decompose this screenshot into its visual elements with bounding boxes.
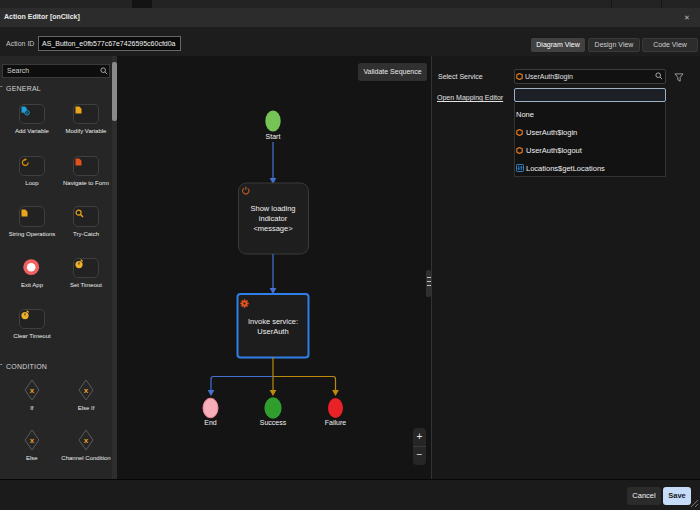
- svg-text:Success: Success: [260, 419, 287, 426]
- svg-text:x: x: [84, 436, 89, 445]
- svg-text:<message>: <message>: [253, 224, 293, 233]
- svg-text:Failure: Failure: [325, 419, 347, 426]
- svg-text:Show loading: Show loading: [250, 204, 295, 213]
- svg-text:Invoke service:: Invoke service:: [248, 317, 298, 326]
- svg-text:x: x: [30, 436, 35, 445]
- svg-text:indicator: indicator: [259, 214, 288, 223]
- svg-text:Start: Start: [266, 133, 281, 140]
- svg-text:UserAuth: UserAuth: [257, 327, 288, 336]
- svg-text:End: End: [204, 419, 217, 426]
- svg-text:x: x: [30, 385, 35, 394]
- svg-text:x: x: [84, 385, 89, 394]
